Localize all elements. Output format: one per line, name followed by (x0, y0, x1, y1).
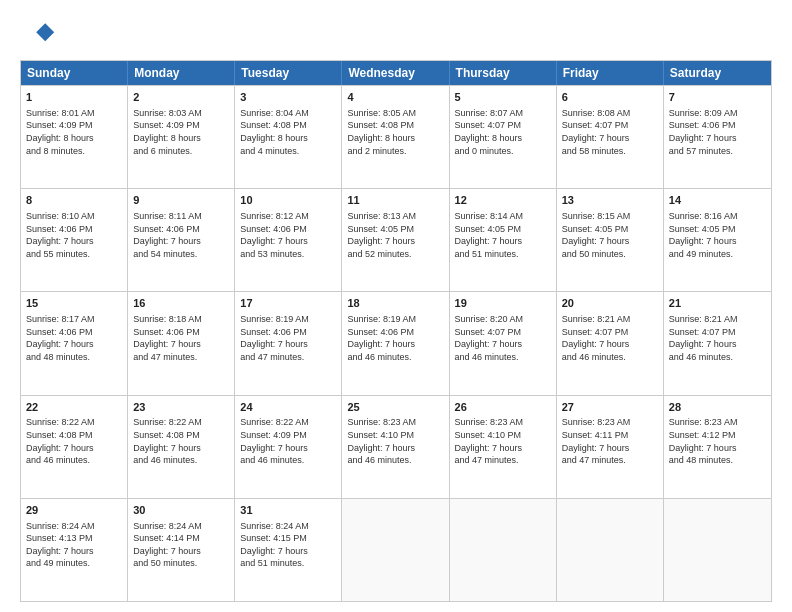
calendar-row-4: 22Sunrise: 8:22 AMSunset: 4:08 PMDayligh… (21, 395, 771, 498)
weekday-header-saturday: Saturday (664, 61, 771, 85)
calendar-row-2: 8Sunrise: 8:10 AMSunset: 4:06 PMDaylight… (21, 188, 771, 291)
day-number: 14 (669, 193, 766, 208)
day-number: 4 (347, 90, 443, 105)
cell-details: Sunrise: 8:22 AMSunset: 4:08 PMDaylight:… (26, 416, 122, 466)
day-number: 5 (455, 90, 551, 105)
day-number: 29 (26, 503, 122, 518)
cell-details: Sunrise: 8:21 AMSunset: 4:07 PMDaylight:… (669, 313, 766, 363)
calendar-cell-27: 27Sunrise: 8:23 AMSunset: 4:11 PMDayligh… (557, 396, 664, 498)
weekday-header-sunday: Sunday (21, 61, 128, 85)
day-number: 30 (133, 503, 229, 518)
day-number: 18 (347, 296, 443, 311)
day-number: 25 (347, 400, 443, 415)
calendar-cell-20: 20Sunrise: 8:21 AMSunset: 4:07 PMDayligh… (557, 292, 664, 394)
cell-details: Sunrise: 8:19 AMSunset: 4:06 PMDaylight:… (240, 313, 336, 363)
weekday-header-tuesday: Tuesday (235, 61, 342, 85)
calendar-cell-11: 11Sunrise: 8:13 AMSunset: 4:05 PMDayligh… (342, 189, 449, 291)
calendar-cell-18: 18Sunrise: 8:19 AMSunset: 4:06 PMDayligh… (342, 292, 449, 394)
day-number: 8 (26, 193, 122, 208)
cell-details: Sunrise: 8:12 AMSunset: 4:06 PMDaylight:… (240, 210, 336, 260)
cell-details: Sunrise: 8:24 AMSunset: 4:13 PMDaylight:… (26, 520, 122, 570)
day-number: 13 (562, 193, 658, 208)
weekday-header-thursday: Thursday (450, 61, 557, 85)
day-number: 16 (133, 296, 229, 311)
cell-details: Sunrise: 8:22 AMSunset: 4:09 PMDaylight:… (240, 416, 336, 466)
calendar-cell-17: 17Sunrise: 8:19 AMSunset: 4:06 PMDayligh… (235, 292, 342, 394)
day-number: 15 (26, 296, 122, 311)
calendar-cell-31: 31Sunrise: 8:24 AMSunset: 4:15 PMDayligh… (235, 499, 342, 601)
cell-details: Sunrise: 8:14 AMSunset: 4:05 PMDaylight:… (455, 210, 551, 260)
cell-details: Sunrise: 8:22 AMSunset: 4:08 PMDaylight:… (133, 416, 229, 466)
cell-details: Sunrise: 8:04 AMSunset: 4:08 PMDaylight:… (240, 107, 336, 157)
cell-details: Sunrise: 8:03 AMSunset: 4:09 PMDaylight:… (133, 107, 229, 157)
cell-details: Sunrise: 8:18 AMSunset: 4:06 PMDaylight:… (133, 313, 229, 363)
calendar-cell-26: 26Sunrise: 8:23 AMSunset: 4:10 PMDayligh… (450, 396, 557, 498)
calendar-cell-19: 19Sunrise: 8:20 AMSunset: 4:07 PMDayligh… (450, 292, 557, 394)
calendar-cell-9: 9Sunrise: 8:11 AMSunset: 4:06 PMDaylight… (128, 189, 235, 291)
calendar-cell-3: 3Sunrise: 8:04 AMSunset: 4:08 PMDaylight… (235, 86, 342, 188)
cell-details: Sunrise: 8:17 AMSunset: 4:06 PMDaylight:… (26, 313, 122, 363)
cell-details: Sunrise: 8:23 AMSunset: 4:12 PMDaylight:… (669, 416, 766, 466)
calendar-cell-empty (664, 499, 771, 601)
calendar-cell-6: 6Sunrise: 8:08 AMSunset: 4:07 PMDaylight… (557, 86, 664, 188)
day-number: 10 (240, 193, 336, 208)
day-number: 26 (455, 400, 551, 415)
calendar-cell-24: 24Sunrise: 8:22 AMSunset: 4:09 PMDayligh… (235, 396, 342, 498)
calendar-header: SundayMondayTuesdayWednesdayThursdayFrid… (21, 61, 771, 85)
day-number: 3 (240, 90, 336, 105)
calendar-cell-1: 1Sunrise: 8:01 AMSunset: 4:09 PMDaylight… (21, 86, 128, 188)
day-number: 2 (133, 90, 229, 105)
calendar-cell-13: 13Sunrise: 8:15 AMSunset: 4:05 PMDayligh… (557, 189, 664, 291)
cell-details: Sunrise: 8:05 AMSunset: 4:08 PMDaylight:… (347, 107, 443, 157)
logo-icon (20, 16, 56, 52)
day-number: 17 (240, 296, 336, 311)
calendar-cell-2: 2Sunrise: 8:03 AMSunset: 4:09 PMDaylight… (128, 86, 235, 188)
cell-details: Sunrise: 8:08 AMSunset: 4:07 PMDaylight:… (562, 107, 658, 157)
calendar-row-5: 29Sunrise: 8:24 AMSunset: 4:13 PMDayligh… (21, 498, 771, 601)
calendar-cell-23: 23Sunrise: 8:22 AMSunset: 4:08 PMDayligh… (128, 396, 235, 498)
calendar-cell-empty (557, 499, 664, 601)
cell-details: Sunrise: 8:09 AMSunset: 4:06 PMDaylight:… (669, 107, 766, 157)
calendar-cell-25: 25Sunrise: 8:23 AMSunset: 4:10 PMDayligh… (342, 396, 449, 498)
day-number: 11 (347, 193, 443, 208)
cell-details: Sunrise: 8:19 AMSunset: 4:06 PMDaylight:… (347, 313, 443, 363)
calendar-cell-10: 10Sunrise: 8:12 AMSunset: 4:06 PMDayligh… (235, 189, 342, 291)
cell-details: Sunrise: 8:07 AMSunset: 4:07 PMDaylight:… (455, 107, 551, 157)
day-number: 6 (562, 90, 658, 105)
day-number: 23 (133, 400, 229, 415)
calendar-cell-30: 30Sunrise: 8:24 AMSunset: 4:14 PMDayligh… (128, 499, 235, 601)
calendar-cell-21: 21Sunrise: 8:21 AMSunset: 4:07 PMDayligh… (664, 292, 771, 394)
day-number: 7 (669, 90, 766, 105)
calendar-cell-14: 14Sunrise: 8:16 AMSunset: 4:05 PMDayligh… (664, 189, 771, 291)
day-number: 22 (26, 400, 122, 415)
cell-details: Sunrise: 8:16 AMSunset: 4:05 PMDaylight:… (669, 210, 766, 260)
day-number: 27 (562, 400, 658, 415)
day-number: 28 (669, 400, 766, 415)
weekday-header-friday: Friday (557, 61, 664, 85)
cell-details: Sunrise: 8:20 AMSunset: 4:07 PMDaylight:… (455, 313, 551, 363)
day-number: 1 (26, 90, 122, 105)
calendar-cell-empty (450, 499, 557, 601)
header (20, 16, 772, 52)
day-number: 31 (240, 503, 336, 518)
cell-details: Sunrise: 8:23 AMSunset: 4:11 PMDaylight:… (562, 416, 658, 466)
calendar-cell-12: 12Sunrise: 8:14 AMSunset: 4:05 PMDayligh… (450, 189, 557, 291)
cell-details: Sunrise: 8:23 AMSunset: 4:10 PMDaylight:… (347, 416, 443, 466)
weekday-header-wednesday: Wednesday (342, 61, 449, 85)
cell-details: Sunrise: 8:01 AMSunset: 4:09 PMDaylight:… (26, 107, 122, 157)
cell-details: Sunrise: 8:11 AMSunset: 4:06 PMDaylight:… (133, 210, 229, 260)
weekday-header-monday: Monday (128, 61, 235, 85)
cell-details: Sunrise: 8:21 AMSunset: 4:07 PMDaylight:… (562, 313, 658, 363)
calendar-cell-22: 22Sunrise: 8:22 AMSunset: 4:08 PMDayligh… (21, 396, 128, 498)
day-number: 24 (240, 400, 336, 415)
calendar-cell-empty (342, 499, 449, 601)
calendar-body: 1Sunrise: 8:01 AMSunset: 4:09 PMDaylight… (21, 85, 771, 601)
cell-details: Sunrise: 8:24 AMSunset: 4:14 PMDaylight:… (133, 520, 229, 570)
day-number: 12 (455, 193, 551, 208)
cell-details: Sunrise: 8:13 AMSunset: 4:05 PMDaylight:… (347, 210, 443, 260)
cell-details: Sunrise: 8:23 AMSunset: 4:10 PMDaylight:… (455, 416, 551, 466)
calendar-cell-4: 4Sunrise: 8:05 AMSunset: 4:08 PMDaylight… (342, 86, 449, 188)
day-number: 9 (133, 193, 229, 208)
calendar-cell-29: 29Sunrise: 8:24 AMSunset: 4:13 PMDayligh… (21, 499, 128, 601)
calendar-row-1: 1Sunrise: 8:01 AMSunset: 4:09 PMDaylight… (21, 85, 771, 188)
